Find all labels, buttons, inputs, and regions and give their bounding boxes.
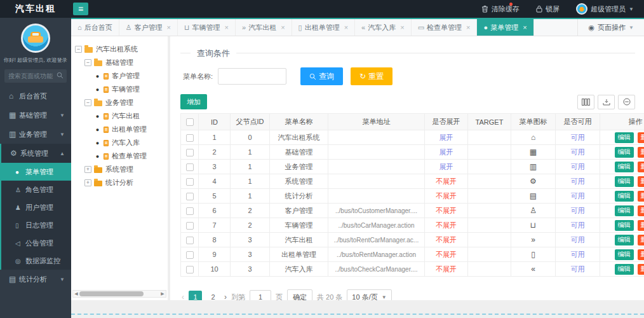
sidebar-subitem-announce[interactable]: ◁公告管理 [1, 234, 71, 252]
tree-node[interactable]: +系统管理 [75, 163, 165, 176]
edit-button[interactable]: 编辑 [615, 220, 634, 231]
page-number-button[interactable]: 2 [206, 291, 220, 301]
tab-customer[interactable]: ♙客户管理× [119, 19, 178, 36]
sidebar-item-stats[interactable]: ▤统计分析▼ [0, 270, 71, 289]
folder-icon [94, 167, 102, 173]
close-icon[interactable]: × [400, 24, 404, 31]
tree-expander-icon[interactable]: − [75, 46, 82, 53]
close-icon[interactable]: × [281, 24, 285, 31]
tree-expander-icon[interactable]: + [84, 179, 91, 186]
row-checkbox[interactable] [186, 222, 194, 230]
row-checkbox[interactable] [186, 193, 194, 200]
tree-node[interactable]: +统计分析 [75, 176, 165, 190]
prev-page-icon[interactable]: ‹ [182, 293, 184, 300]
sidebar-toggle-button[interactable]: ≡ [73, 3, 88, 15]
tree-expander-icon[interactable]: − [84, 59, 91, 66]
goto-page-input[interactable] [250, 290, 271, 300]
sidebar-item-home[interactable]: ⌂后台首页 [0, 86, 71, 106]
sidebar-item-base-grid[interactable]: ▦基础管理▼ [0, 106, 71, 125]
sidebar-subitem-user-person[interactable]: ♟用户管理 [1, 198, 71, 216]
sidebar-subitem-role-person[interactable]: ♙角色管理 [1, 181, 71, 198]
tab-chevrons-right[interactable]: »汽车出租× [236, 19, 292, 36]
tree-node[interactable]: ●客户管理 [75, 69, 165, 83]
clear-cache-button[interactable]: 清除缓存 [481, 4, 520, 14]
sidebar-subitem-log-doc[interactable]: ▯日志管理 [1, 216, 71, 234]
tree-expander-icon[interactable]: + [84, 166, 91, 173]
delete-button[interactable]: 删除 [638, 191, 644, 202]
sidebar-item-business[interactable]: ▥业务管理▼ [0, 125, 71, 144]
next-page-icon[interactable]: › [224, 293, 227, 300]
columns-toggle-button[interactable] [577, 95, 594, 109]
delete-button[interactable]: 删除 [638, 132, 644, 143]
menu-name-input[interactable] [218, 68, 286, 85]
sidebar-subitem-menu-dot[interactable]: ●菜单管理 [1, 163, 71, 181]
row-checkbox[interactable] [186, 134, 194, 142]
edit-button[interactable]: 编辑 [615, 147, 634, 158]
delete-button[interactable]: 删除 [638, 249, 644, 260]
tree-node[interactable]: ●车辆管理 [75, 83, 165, 96]
tree-node[interactable]: −业务管理 [75, 96, 165, 109]
row-checkbox[interactable] [186, 251, 194, 259]
row-checkbox[interactable] [186, 237, 194, 244]
scrollbar-thumb[interactable] [79, 291, 144, 296]
row-checkbox[interactable] [186, 207, 194, 215]
edit-button[interactable]: 编辑 [615, 132, 634, 143]
page-operations-dropdown[interactable]: ◉ 页面操作 ▼ [577, 19, 644, 36]
print-button[interactable] [618, 95, 635, 109]
lock-screen-button[interactable]: 锁屏 [536, 4, 560, 14]
export-button[interactable] [598, 95, 615, 109]
profile-avatar[interactable] [21, 24, 50, 53]
close-icon[interactable]: × [225, 24, 229, 31]
row-checkbox[interactable] [186, 163, 194, 171]
reset-button[interactable]: ↻ 重置 [351, 67, 392, 85]
edit-button[interactable]: 编辑 [615, 249, 634, 260]
close-icon[interactable]: × [523, 24, 527, 31]
select-all-checkbox[interactable] [186, 118, 194, 126]
row-checkbox[interactable] [186, 178, 194, 186]
close-icon[interactable]: × [466, 24, 470, 31]
tab-chevrons-left[interactable]: «汽车入库× [355, 19, 412, 36]
page-number-button[interactable]: 1 [189, 291, 202, 301]
edit-button[interactable]: 编辑 [615, 205, 634, 216]
tab-cart[interactable]: ⊔车辆管理× [178, 19, 236, 36]
add-button[interactable]: 增加 [180, 94, 207, 109]
delete-button[interactable]: 删除 [638, 220, 644, 231]
tab-circle[interactable]: ●菜单管理× [477, 19, 533, 36]
delete-button[interactable]: 删除 [638, 147, 644, 158]
row-checkbox[interactable] [186, 266, 194, 273]
sidebar-item-label: 统计分析 [19, 275, 47, 284]
scroll-right-icon[interactable]: ▶ [159, 291, 166, 296]
tree-node[interactable]: ●汽车出租 [75, 109, 165, 123]
tree-node[interactable]: ●检查单管理 [75, 149, 165, 163]
edit-button[interactable]: 编辑 [615, 191, 634, 202]
tree-node[interactable]: ●汽车入库 [75, 136, 165, 149]
sidebar-subitem-datasource[interactable]: ◎数据源监控 [1, 252, 71, 270]
page-size-select[interactable]: 10 条/页 ▼ [347, 289, 391, 300]
user-menu[interactable]: 超级管理员 ▼ [576, 3, 634, 15]
edit-button[interactable]: 编辑 [615, 264, 634, 275]
delete-button[interactable]: 删除 [638, 235, 644, 245]
tree-node[interactable]: −汽车出租系统 [75, 43, 165, 56]
tab-document[interactable]: ▯出租单管理× [292, 19, 356, 36]
tree-expander-icon[interactable]: − [84, 99, 91, 106]
goto-confirm-button[interactable]: 确定 [287, 289, 312, 300]
edit-button[interactable]: 编辑 [615, 162, 634, 172]
delete-button[interactable]: 删除 [638, 264, 644, 275]
tree-node[interactable]: −基础管理 [75, 56, 165, 69]
edit-button[interactable]: 编辑 [615, 176, 634, 187]
delete-button[interactable]: 删除 [638, 176, 644, 187]
delete-button[interactable]: 删除 [638, 162, 644, 172]
tree-node[interactable]: ●出租单管理 [75, 123, 165, 136]
row-checkbox[interactable] [186, 149, 194, 156]
scroll-left-icon[interactable]: ◀ [73, 291, 79, 296]
edit-button[interactable]: 编辑 [615, 235, 634, 245]
search-button[interactable]: 查询 [300, 67, 343, 85]
sidebar-item-gear[interactable]: ⚙系统管理▲ [1, 144, 71, 163]
tab-bus[interactable]: ▭检查单管理× [412, 19, 478, 36]
horizontal-scrollbar[interactable]: ◀ ▶ [72, 290, 166, 298]
tab-home[interactable]: ⌂后台首页 [71, 19, 119, 36]
close-icon[interactable]: × [167, 24, 171, 31]
close-icon[interactable]: × [344, 24, 348, 31]
delete-button[interactable]: 删除 [638, 205, 644, 216]
cell-id: 8 [199, 233, 231, 247]
